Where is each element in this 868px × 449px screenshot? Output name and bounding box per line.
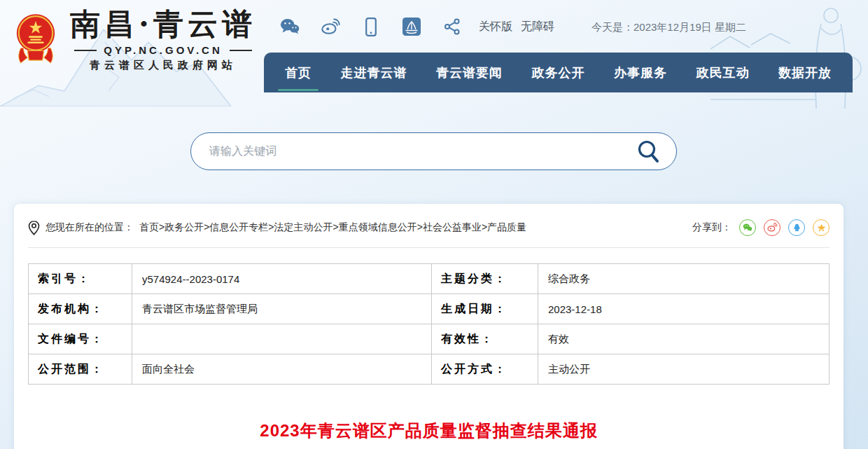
info-value: 面向全社会: [132, 354, 432, 385]
nav-item-interaction[interactable]: 政民互动: [695, 60, 751, 85]
info-label: 公开方式：: [432, 354, 538, 385]
wechat-icon[interactable]: [280, 17, 300, 36]
main-nav: 首页 走进青云谱 青云谱要闻 政务公开 办事服务 政民互动 数据开放: [264, 53, 853, 92]
table-row: 公开范围： 面向全社会 公开方式： 主动公开: [29, 354, 830, 385]
breadcrumb-prefix: 您现在所在的位置：: [46, 221, 134, 234]
content-card: 您现在所在的位置：首页>政务公开>信息公开专栏>法定主动公开>重点领域信息公开>…: [14, 204, 844, 449]
search-icon: [636, 139, 660, 163]
accessibility-link[interactable]: 无障碍: [521, 20, 554, 34]
share-qzone-icon[interactable]: [813, 219, 830, 236]
site-domain-text: QYP.NC.GOV.CN: [104, 44, 223, 56]
info-value: 有效: [538, 324, 830, 354]
breadcrumb-divider: [28, 247, 830, 248]
accessibility-links: 关怀版 无障碍: [479, 20, 554, 34]
site-domain: QYP.NC.GOV.CN: [70, 44, 256, 56]
app-icon[interactable]: [402, 17, 421, 36]
info-value: [132, 324, 432, 354]
info-label: 主题分类：: [432, 264, 538, 294]
domain-dash-right: [230, 50, 252, 51]
share-qq-icon[interactable]: [788, 219, 805, 236]
info-label: 文件编号：: [29, 324, 132, 354]
current-date: 今天是：2023年12月19日 星期二: [592, 21, 746, 34]
nav-item-gov-info[interactable]: 政务公开: [531, 60, 587, 85]
table-row: 文件编号： 有效性： 有效: [29, 324, 830, 354]
breadcrumb-path[interactable]: 首页>政务公开>信息公开专栏>法定主动公开>重点领域信息公开>社会公益事业>产品…: [139, 221, 526, 234]
table-row: 索引号： y574924--2023-0174 主题分类： 综合政务: [29, 264, 830, 294]
site-subtitle: 青云谱区人民政府网站: [70, 59, 256, 72]
info-label: 索引号：: [29, 264, 132, 294]
domain-dash-left: [74, 50, 97, 51]
info-value: 综合政务: [538, 264, 830, 294]
nav-item-about[interactable]: 走进青云谱: [340, 60, 409, 85]
nav-item-home[interactable]: 首页: [284, 60, 313, 85]
mobile-icon[interactable]: [361, 17, 381, 36]
site-title: 南昌·青云谱: [70, 7, 256, 41]
table-row: 发布机构： 青云谱区市场监督管理局 生成日期： 2023-12-18: [29, 294, 830, 324]
info-value: 主动公开: [538, 354, 830, 385]
search-bar: [190, 132, 677, 170]
share-wechat-icon[interactable]: [739, 219, 756, 236]
breadcrumb: 您现在所在的位置：首页>政务公开>信息公开专栏>法定主动公开>重点领域信息公开>…: [28, 220, 526, 236]
nav-item-news[interactable]: 青云谱要闻: [435, 60, 504, 85]
care-version-link[interactable]: 关怀版: [479, 20, 512, 34]
share-icon[interactable]: [442, 17, 462, 36]
weibo-icon[interactable]: [321, 17, 340, 36]
share-bar: 分享到：: [692, 219, 830, 236]
nav-item-services[interactable]: 办事服务: [612, 60, 668, 85]
article-title: 2023年青云谱区产品质量监督抽查结果通报: [28, 420, 830, 442]
nav-item-open-data[interactable]: 数据开放: [777, 60, 833, 85]
location-pin-icon: [28, 220, 40, 236]
info-value: y574924--2023-0174: [132, 264, 432, 294]
info-label: 公开范围：: [29, 354, 132, 385]
search-button[interactable]: [634, 137, 662, 165]
info-value: 青云谱区市场监督管理局: [132, 294, 432, 324]
national-emblem-icon: [14, 13, 57, 67]
header-quick-links: 关怀版 无障碍: [280, 17, 554, 36]
info-label: 有效性：: [432, 324, 538, 354]
info-label: 发布机构：: [29, 294, 132, 324]
share-label: 分享到：: [692, 221, 732, 234]
search-input[interactable]: [209, 145, 634, 158]
document-info-table: 索引号： y574924--2023-0174 主题分类： 综合政务 发布机构：…: [28, 263, 830, 385]
info-value: 2023-12-18: [538, 294, 830, 324]
share-weibo-icon[interactable]: [764, 219, 780, 236]
info-label: 生成日期：: [432, 294, 538, 324]
site-logo[interactable]: 南昌·青云谱 QYP.NC.GOV.CN 青云谱区人民政府网站: [14, 7, 256, 72]
